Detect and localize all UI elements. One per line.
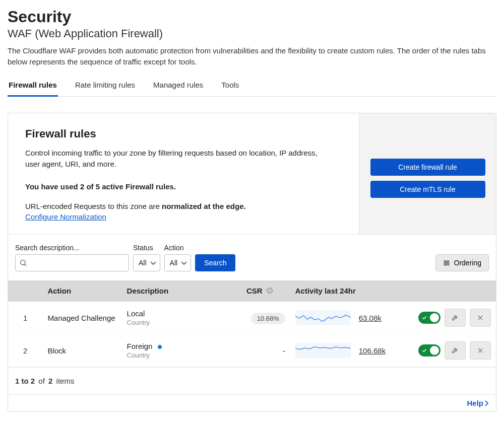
firewall-card: Firewall rules Control incoming traffic … [8,113,496,412]
create-firewall-rule-button[interactable]: Create firewall rule [370,159,485,176]
th-activity: Activity last 24hr [290,280,410,302]
row-csr: 10.68% [221,302,290,334]
ordering-button[interactable]: Ordering [435,254,489,271]
normalize-line: URL-encoded Requests to this zone are no… [25,202,342,210]
th-csr: CSR [221,280,290,302]
info-icon[interactable] [266,287,273,296]
desc-title: Local [127,309,145,318]
row-action: Managed Challenge [42,302,121,334]
row-index: 1 [8,302,42,334]
desc-title: Foreign [127,342,153,350]
search-input[interactable] [15,254,129,271]
ordering-icon [443,259,450,266]
sparkline [295,310,351,325]
tab-managed-rules[interactable]: Managed rules [152,77,204,97]
svg-point-7 [269,289,270,290]
normalize-prefix: URL-encoded Requests to this zone are [25,202,162,210]
sparkline [295,343,351,358]
status-label: Status [133,244,160,252]
svg-rect-4 [444,264,449,265]
enable-toggle[interactable] [418,312,440,324]
csr-value: - [283,346,285,355]
tabs-bar: Firewall rules Rate limiting rules Manag… [8,77,496,97]
table-pagination: 1 to 2 of 2 items [8,367,496,394]
th-action: Action [42,280,121,302]
svg-rect-2 [444,260,449,261]
table-row: 2 Block Foreign Country - [8,334,496,367]
action-label: Action [164,244,192,252]
tab-firewall-rules[interactable]: Firewall rules [8,77,58,97]
caret-right-icon [484,400,489,406]
enable-toggle[interactable] [418,344,440,356]
delete-rule-button[interactable] [470,341,491,360]
tab-rate-limiting[interactable]: Rate limiting rules [74,77,136,97]
page-subtitle: WAF (Web Application Firewall) [8,27,496,40]
card-header-right: Create firewall rule Create mTLS rule [359,113,496,234]
search-button[interactable]: Search [195,254,235,271]
card-header-left: Firewall rules Control incoming traffic … [8,113,359,234]
panel-intro: Control incoming traffic to your zone by… [25,148,328,170]
svg-point-0 [21,260,25,264]
tab-tools[interactable]: Tools [220,77,240,97]
table-row: 1 Managed Challenge Local Country 10.68% [8,302,496,334]
configure-normalization-link[interactable]: Configure Normalization [25,212,106,221]
svg-line-1 [25,264,26,265]
status-select[interactable]: All [133,254,160,271]
row-csr: - [221,334,290,367]
status-value: All [139,259,147,267]
wrench-icon [451,346,459,354]
row-description: Local Country [122,302,221,334]
page-title: Security [8,8,496,26]
activity-count[interactable]: 63.08k [359,314,382,322]
th-description: Description [122,280,221,302]
row-description: Foreign Country [122,334,221,367]
desc-subtitle: Country [127,351,216,359]
filter-bar: Search description... Status All Action … [8,235,496,280]
caret-down-icon [151,261,156,265]
check-icon [421,347,427,353]
help-bar: Help [8,394,496,411]
help-link[interactable]: Help [467,399,489,407]
search-group: Search description... [15,244,129,271]
svg-rect-3 [444,262,449,263]
csr-value: 10.68% [251,313,285,324]
wrench-icon [451,314,459,322]
row-action: Block [42,334,121,367]
create-mtls-rule-button[interactable]: Create mTLS rule [370,181,485,198]
edit-rule-button[interactable] [445,341,466,360]
search-icon [19,259,27,267]
panel-usage: You have used 2 of 5 active Firewall rul… [25,182,342,191]
edit-rule-button[interactable] [445,309,466,327]
action-value: All [170,259,178,267]
status-group: Status All [133,244,160,271]
unsaved-dot-icon [158,345,162,349]
ordering-label: Ordering [454,259,481,267]
caret-down-icon [181,261,186,265]
search-label: Search description... [15,244,129,252]
row-activity: 106.68k [290,334,410,367]
action-select[interactable]: All [164,254,192,271]
desc-subtitle: Country [127,319,216,326]
normalize-strong: normalized at the edge. [162,202,246,210]
action-group: Action All [164,244,192,271]
rules-table: Action Description CSR Activity last 24h… [8,280,496,368]
close-icon [477,347,484,354]
delete-rule-button[interactable] [470,309,491,327]
check-icon [421,315,427,321]
row-activity: 63.08k [290,302,410,334]
activity-count[interactable]: 106.68k [359,346,386,355]
panel-heading: Firewall rules [25,127,342,140]
page-description: The Cloudflare WAF provides both automat… [8,45,496,67]
card-header: Firewall rules Control incoming traffic … [8,113,496,235]
row-index: 2 [8,334,42,367]
close-icon [477,314,484,321]
